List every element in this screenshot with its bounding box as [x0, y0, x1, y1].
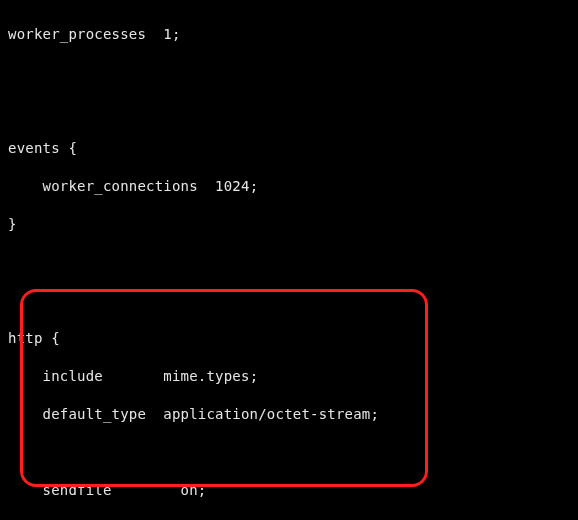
val-default-type: application/octet-stream: [163, 406, 370, 422]
blank-line: [8, 443, 570, 462]
config-editor[interactable]: worker_processes 1; events { worker_conn…: [0, 0, 578, 520]
http-open: http {: [8, 329, 570, 348]
blank-line: [8, 291, 570, 310]
key-include: include: [43, 368, 103, 384]
cfg-line: worker_connections 1024;: [8, 177, 570, 196]
val-sendfile: on: [181, 482, 198, 498]
key-worker-processes: worker_processes: [8, 26, 146, 42]
cfg-line: worker_processes 1;: [8, 25, 570, 44]
blank-line: [8, 63, 570, 82]
events-open: events {: [8, 139, 570, 158]
val-worker-connections: 1024: [215, 178, 250, 194]
events-close: }: [8, 215, 570, 234]
blank-line: [8, 253, 570, 272]
val-worker-processes: 1: [163, 26, 172, 42]
cfg-line: include mime.types;: [8, 367, 570, 386]
blank-line: [8, 101, 570, 120]
cfg-line: default_type application/octet-stream;: [8, 405, 570, 424]
cfg-line: sendfile on;: [8, 481, 570, 500]
val-include: mime.types: [163, 368, 249, 384]
key-default-type: default_type: [43, 406, 147, 422]
key-worker-connections: worker_connections: [43, 178, 198, 194]
key-sendfile: sendfile: [43, 482, 112, 498]
